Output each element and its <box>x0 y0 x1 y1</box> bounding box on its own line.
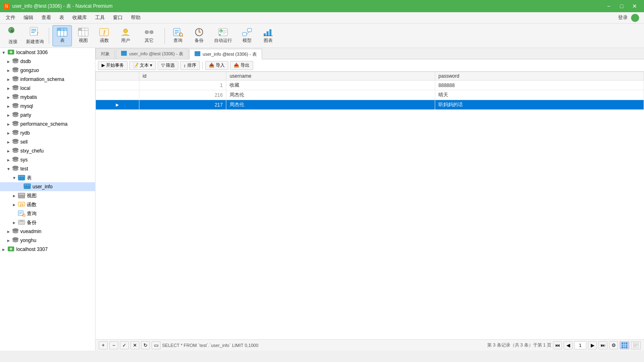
export-icon: 📤 <box>234 63 239 68</box>
db-local[interactable]: ► local <box>0 84 95 93</box>
row-1-username[interactable]: 收藏 <box>226 81 435 90</box>
table-user-info[interactable]: ▼ user_info <box>0 182 95 191</box>
table-row[interactable]: 1 收藏 888888 <box>96 81 644 90</box>
grid-view-button[interactable] <box>620 341 629 349</box>
folder-backup[interactable]: ► 备份 <box>0 218 95 227</box>
menu-file[interactable]: 文件 <box>2 13 20 23</box>
db-gongzuo[interactable]: ► gongzuo <box>0 66 95 75</box>
refresh-button[interactable]: ↻ <box>141 341 150 349</box>
toolbar2-separator <box>202 62 203 69</box>
db-party[interactable]: ► party <box>0 111 95 120</box>
delete-row-button[interactable]: − <box>109 341 118 349</box>
toolbar-backup-button[interactable]: 备份 <box>189 25 209 46</box>
delete-all-button[interactable]: ▭ <box>152 341 160 349</box>
folder-view[interactable]: ► 视图 <box>0 191 95 200</box>
tab-userinfo-2[interactable]: user_info @test (3306) - 表 <box>189 49 262 59</box>
col-username[interactable]: username <box>226 72 435 81</box>
maximize-button[interactable]: □ <box>616 0 628 12</box>
table-row[interactable]: 216 周杰伦 晴天 <box>96 90 644 100</box>
begin-transaction-button[interactable]: ▶ 开始事务 <box>98 61 128 70</box>
row-217-username[interactable]: 周杰伦 <box>226 100 435 110</box>
db-sell[interactable]: ► sell <box>0 137 95 146</box>
prev-page-button[interactable]: ◀ <box>564 341 572 349</box>
import-button[interactable]: 📥 导入 <box>205 61 228 70</box>
toolbar-other-button[interactable]: 其它 <box>137 25 161 46</box>
row-1-password[interactable]: 888888 <box>435 81 644 90</box>
db-rydb-icon <box>12 130 19 137</box>
row-216-username[interactable]: 周杰伦 <box>226 90 435 100</box>
folder-function[interactable]: ► ƒx 函数 <box>0 200 95 209</box>
add-row-button[interactable]: + <box>99 341 108 349</box>
db-performance-schema-label: performance_schema <box>20 121 67 127</box>
page-number-input[interactable] <box>574 341 586 349</box>
db-performance-schema[interactable]: ► performance_schema <box>0 120 95 129</box>
login-label[interactable]: 登录 <box>618 14 628 21</box>
row-217-password[interactable]: 听妈妈的话 <box>435 100 644 110</box>
toolbar-connect-button[interactable]: 🔌 连接 <box>3 25 23 46</box>
form-view-button[interactable] <box>631 341 641 349</box>
db-vueadmin[interactable]: ► vueadmin <box>0 227 95 236</box>
text-button[interactable]: 📝 文本 ▾ <box>129 61 156 70</box>
menu-window[interactable]: 窗口 <box>109 13 127 23</box>
db-yonghu[interactable]: ► yonghu <box>0 236 95 245</box>
row-216-id[interactable]: 216 <box>139 90 226 100</box>
db-rydb[interactable]: ► rydb <box>0 129 95 137</box>
folder-table[interactable]: ▼ 表 <box>0 173 95 182</box>
folder-query[interactable]: ▼ 查询 <box>0 209 95 218</box>
db-dsdb[interactable]: ► dsdb <box>0 57 95 66</box>
tab-userinfo-2-icon <box>195 51 200 57</box>
settings-button[interactable]: ⚙ <box>609 341 618 349</box>
toolbar-query-button[interactable]: 查询 <box>168 25 188 46</box>
toolbar-function-button[interactable]: ƒ 函数 <box>95 25 114 46</box>
connect-icon: 🔌 <box>8 27 18 38</box>
connection-3306[interactable]: ▼ localhost 3306 <box>0 48 95 57</box>
toolbar-chart-button[interactable]: 图表 <box>258 25 278 46</box>
table-row[interactable]: ▶ 217 周杰伦 听妈妈的话 <box>96 100 644 110</box>
menu-view[interactable]: 查看 <box>37 13 55 23</box>
toolbar-autorun-button[interactable]: 自动运行 <box>210 25 236 46</box>
db-stxy-chefu[interactable]: ► stxy_chefu <box>0 146 95 155</box>
menu-edit[interactable]: 编辑 <box>20 13 37 23</box>
filter-button[interactable]: ▽ 筛选 <box>158 61 178 70</box>
col-password[interactable]: password <box>435 72 644 81</box>
db-vueadmin-label: vueadmin <box>20 229 41 234</box>
db-party-icon <box>12 112 19 119</box>
next-page-button[interactable]: ▶ <box>588 341 597 349</box>
cancel-edit-button[interactable]: ✕ <box>130 341 139 349</box>
db-information-schema[interactable]: ► information_schema <box>0 75 95 84</box>
toolbar-table-button[interactable]: 表 <box>52 25 72 46</box>
sort-button[interactable]: ↕ 排序 <box>180 61 200 70</box>
toolbar-view-button[interactable]: 视图 <box>74 25 93 46</box>
table-toolbar: ▶ 开始事务 📝 文本 ▾ ▽ 筛选 ↕ 排序 📥 导入 📤 <box>95 59 644 72</box>
last-page-button[interactable]: ⏭ <box>598 341 607 349</box>
db-local-icon <box>12 85 19 92</box>
close-button[interactable]: ✕ <box>629 0 641 12</box>
functions-folder-icon: ƒx <box>18 201 25 208</box>
minimize-button[interactable]: − <box>603 0 615 12</box>
tab-objects[interactable]: 对象 <box>95 48 115 59</box>
menu-tools[interactable]: 工具 <box>91 13 109 23</box>
db-mysql[interactable]: ► mysql <box>0 102 95 111</box>
row-1-id[interactable]: 1 <box>139 81 226 90</box>
row-216-password[interactable]: 晴天 <box>435 90 644 100</box>
user-label: 用户 <box>121 37 130 44</box>
confirm-button[interactable]: ✓ <box>120 341 129 349</box>
export-button[interactable]: 📤 导出 <box>230 61 253 70</box>
first-page-button[interactable]: ⏮ <box>553 341 562 349</box>
menu-favorites[interactable]: 收藏库 <box>68 13 91 23</box>
sort-icon: ↕ <box>184 63 186 68</box>
toolbar-user-button[interactable]: 用户 <box>116 25 135 46</box>
db-sys[interactable]: ► sys <box>0 155 95 164</box>
menu-help[interactable]: 帮助 <box>127 13 145 23</box>
menu-table[interactable]: 表 <box>55 13 68 23</box>
col-id[interactable]: id <box>139 72 226 81</box>
svg-line-29 <box>182 36 183 37</box>
toolbar-model-button[interactable]: 模型 <box>237 25 257 46</box>
db-mybatis[interactable]: ► mybatis <box>0 93 95 102</box>
toolbar-newquery-button[interactable]: ƒ 新建查询 <box>24 25 46 46</box>
connection-3307[interactable]: ► localhost 3307 <box>0 245 95 254</box>
tab-userinfo-1[interactable]: user_info @test (3306) - 表 <box>116 48 189 59</box>
model-label: 模型 <box>243 37 252 44</box>
db-test[interactable]: ▼ test <box>0 164 95 173</box>
row-217-id[interactable]: 217 <box>139 100 226 110</box>
